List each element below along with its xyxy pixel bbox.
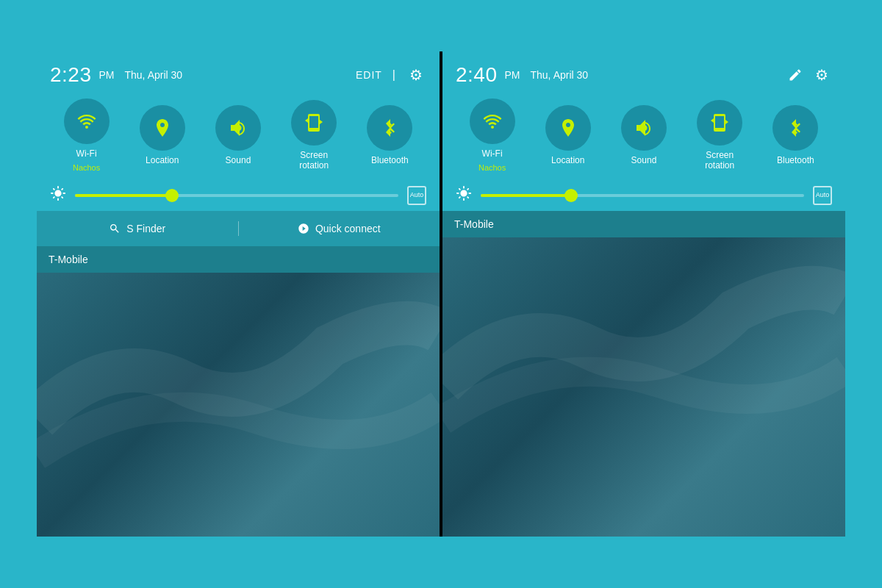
wifi-toggle[interactable]: Wi-Fi Nachos xyxy=(64,98,110,172)
auto-label: Auto xyxy=(410,192,424,198)
wallpaper-svg xyxy=(37,273,440,492)
right-brightness-thumb[interactable] xyxy=(564,189,578,202)
right-auto-label: Auto xyxy=(816,192,830,198)
right-sound-icon xyxy=(632,116,656,140)
left-time: 2:23 xyxy=(50,63,92,87)
right-settings-icon[interactable]: ⚙ xyxy=(811,65,832,85)
left-panel: 2:23 PM Thu, April 30 EDIT | ⚙ xyxy=(37,51,440,537)
right-panel: 2:40 PM Thu, April 30 ⚙ xyxy=(442,51,845,537)
sound-icon xyxy=(226,116,250,140)
bluetooth-toggle[interactable]: Bluetooth xyxy=(367,105,412,165)
quick-connect-icon xyxy=(298,223,309,234)
right-brightness-slider[interactable] xyxy=(481,194,804,197)
edit-button[interactable]: EDIT xyxy=(356,69,382,81)
right-carrier-text: T-Mobile xyxy=(454,218,494,230)
right-carrier: T-Mobile xyxy=(442,211,845,237)
right-brightness-icon xyxy=(456,185,472,205)
left-brightness-row: Auto xyxy=(37,179,440,211)
header-divider: | xyxy=(392,68,395,82)
screen-rotation-icon xyxy=(302,111,326,135)
right-wallpaper-svg xyxy=(442,237,845,457)
left-carrier-text: T-Mobile xyxy=(49,254,88,265)
right-screen-rotation-label: Screenrotation xyxy=(705,150,734,171)
right-toggles-row: Wi-Fi Nachos Location Sound xyxy=(442,94,845,179)
left-ampm: PM xyxy=(99,69,115,81)
right-wifi-circle xyxy=(470,98,515,144)
right-screen-rotation-toggle[interactable]: Screenrotation xyxy=(697,100,742,171)
right-location-circle xyxy=(545,105,591,151)
right-ampm: PM xyxy=(505,69,520,81)
right-bluetooth-toggle[interactable]: Bluetooth xyxy=(772,105,818,165)
right-location-toggle[interactable]: Location xyxy=(545,105,591,165)
bluetooth-circle xyxy=(367,105,412,151)
right-date: Thu, April 30 xyxy=(531,69,780,81)
right-sound-label: Sound xyxy=(631,155,657,165)
right-sound-toggle[interactable]: Sound xyxy=(621,105,667,165)
quick-connect-label: Quick connect xyxy=(315,223,381,234)
left-toggles-row: Wi-Fi Nachos Location Sound xyxy=(37,94,440,179)
location-label: Location xyxy=(146,155,179,165)
right-wifi-toggle[interactable]: Wi-Fi Nachos xyxy=(470,98,515,172)
bluetooth-icon xyxy=(378,116,401,140)
left-date: Thu, April 30 xyxy=(125,69,350,81)
sound-toggle[interactable]: Sound xyxy=(215,105,261,165)
s-finder-label: S Finder xyxy=(126,223,165,234)
right-wallpaper xyxy=(442,237,845,537)
sound-label: Sound xyxy=(226,155,251,165)
right-brightness-fill xyxy=(481,194,571,197)
wifi-label: Wi-Fi xyxy=(76,148,97,159)
wifi-sublabel: Nachos xyxy=(73,163,100,172)
right-location-icon xyxy=(556,116,580,140)
left-bottom-bar: S Finder Quick connect xyxy=(37,211,440,246)
right-auto-brightness-box[interactable]: Auto xyxy=(813,186,832,205)
left-header: 2:23 PM Thu, April 30 EDIT | ⚙ xyxy=(37,51,440,94)
brightness-fill xyxy=(75,194,172,197)
right-header: 2:40 PM Thu, April 30 ⚙ xyxy=(442,51,845,94)
left-carrier: T-Mobile xyxy=(37,246,440,273)
brightness-icon xyxy=(50,185,66,205)
s-finder-button[interactable]: S Finder xyxy=(37,223,238,234)
quick-connect-button[interactable]: Quick connect xyxy=(239,223,440,234)
wifi-circle xyxy=(64,98,110,144)
edit-pencil-icon[interactable] xyxy=(785,65,806,85)
location-circle xyxy=(140,105,185,151)
screenshot-container: 2:23 PM Thu, April 30 EDIT | ⚙ xyxy=(37,51,845,537)
right-wifi-icon xyxy=(481,110,504,133)
bluetooth-label: Bluetooth xyxy=(371,155,409,165)
settings-icon[interactable]: ⚙ xyxy=(406,65,426,85)
right-sound-circle xyxy=(621,105,667,151)
right-screen-circle xyxy=(697,100,742,146)
right-screen-rotation-icon xyxy=(708,111,731,135)
location-toggle[interactable]: Location xyxy=(140,105,185,165)
right-time: 2:40 xyxy=(456,63,498,87)
brightness-thumb[interactable] xyxy=(165,189,179,202)
screen-rotation-label: Screenrotation xyxy=(299,150,329,171)
right-bluetooth-icon xyxy=(784,116,807,140)
sound-circle xyxy=(215,105,261,151)
right-wifi-label: Wi-Fi xyxy=(482,148,503,159)
right-location-label: Location xyxy=(551,155,584,165)
right-bluetooth-label: Bluetooth xyxy=(777,155,814,165)
search-icon xyxy=(109,223,121,234)
screen-circle xyxy=(291,100,337,146)
wifi-icon xyxy=(75,110,98,133)
right-brightness-row: Auto xyxy=(442,179,845,211)
right-bluetooth-circle xyxy=(772,105,818,151)
auto-brightness-box[interactable]: Auto xyxy=(407,186,426,205)
left-wallpaper xyxy=(37,273,440,537)
screen-rotation-toggle[interactable]: Screenrotation xyxy=(291,100,337,171)
right-wifi-sublabel: Nachos xyxy=(478,163,506,172)
location-icon xyxy=(151,116,174,140)
brightness-slider[interactable] xyxy=(75,194,398,197)
